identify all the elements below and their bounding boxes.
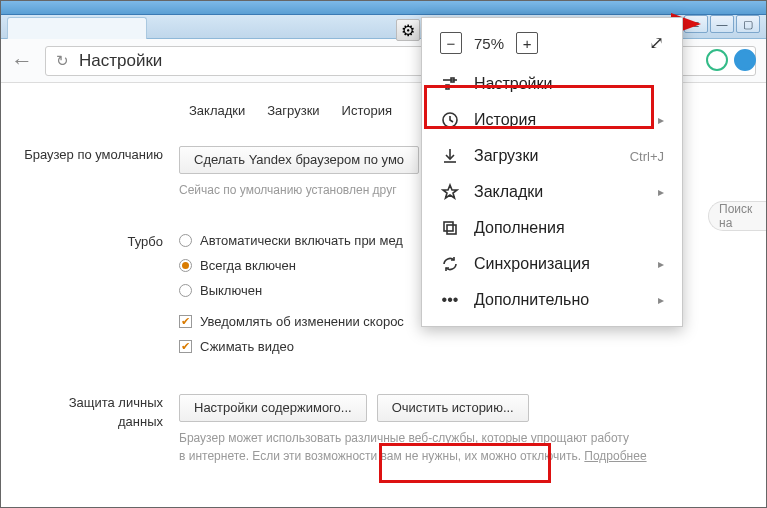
menu-item-more[interactable]: ••• Дополнительно ▸ — [422, 282, 682, 318]
fullscreen-button[interactable]: ⤢ — [649, 32, 664, 54]
chevron-right-icon: ▸ — [658, 113, 664, 127]
extension-icon-2[interactable] — [734, 49, 756, 71]
download-icon — [440, 147, 460, 165]
menu-button[interactable]: ≡ — [684, 15, 708, 33]
svg-rect-10 — [447, 225, 456, 234]
svg-marker-8 — [443, 185, 457, 198]
privacy-hint: Браузер может использовать различные веб… — [179, 430, 766, 465]
content-settings-button[interactable]: Настройки содержимого... — [179, 394, 367, 422]
sync-icon — [440, 255, 460, 273]
extension-icon-1[interactable] — [706, 49, 728, 71]
clock-icon — [440, 111, 460, 129]
menu-item-settings[interactable]: Настройки — [422, 66, 682, 102]
turbo-check-compress-video[interactable]: Сжимать видео — [179, 339, 766, 354]
sliders-icon — [440, 75, 460, 93]
window-titlebar — [1, 1, 766, 15]
nav-tab-downloads[interactable]: Загрузки — [267, 103, 319, 118]
maximize-icon: ▢ — [743, 18, 753, 31]
minimize-icon: — — [717, 18, 728, 30]
nav-tab-history[interactable]: История — [342, 103, 392, 118]
star-icon — [440, 183, 460, 201]
zoom-in-button[interactable]: + — [516, 32, 538, 54]
back-button[interactable]: ← — [11, 48, 33, 74]
minimize-button[interactable]: — — [710, 15, 734, 33]
ellipsis-icon: ••• — [440, 291, 460, 309]
nav-tab-bookmarks[interactable]: Закладки — [189, 103, 245, 118]
make-default-button[interactable]: Сделать Yandex браузером по умо — [179, 146, 419, 174]
section-title-turbo: Турбо — [1, 233, 179, 251]
section-title-privacy: Защита личных данных — [1, 394, 179, 430]
menu-item-sync[interactable]: Синхронизация ▸ — [422, 246, 682, 282]
search-placeholder: Поиск на — [719, 202, 766, 230]
chevron-right-icon: ▸ — [658, 257, 664, 271]
browser-tab[interactable] — [7, 17, 147, 39]
zoom-controls: − 75% + ⤢ — [422, 18, 682, 66]
radio-icon — [179, 234, 192, 247]
chevron-right-icon: ▸ — [658, 293, 664, 307]
learn-more-link[interactable]: Подробнее — [584, 449, 646, 463]
address-text: Настройки — [79, 51, 162, 71]
menu-item-history[interactable]: История ▸ — [422, 102, 682, 138]
section-title-default-browser: Браузер по умолчанию — [1, 146, 179, 164]
main-menu-dropdown: − 75% + ⤢ Настройки История ▸ Загрузки C… — [421, 17, 683, 327]
radio-icon — [179, 259, 192, 272]
gear-button[interactable]: ⚙ — [396, 19, 420, 41]
maximize-button[interactable]: ▢ — [736, 15, 760, 33]
zoom-out-button[interactable]: − — [440, 32, 462, 54]
menu-item-bookmarks[interactable]: Закладки ▸ — [422, 174, 682, 210]
zoom-value: 75% — [474, 35, 504, 52]
settings-search[interactable]: Поиск на — [708, 201, 766, 231]
menu-item-addons[interactable]: Дополнения — [422, 210, 682, 246]
menu-item-downloads[interactable]: Загрузки Ctrl+J — [422, 138, 682, 174]
checkbox-icon — [179, 340, 192, 353]
gear-icon: ⚙ — [401, 21, 415, 40]
radio-icon — [179, 284, 192, 297]
clear-history-button[interactable]: Очистить историю... — [377, 394, 529, 422]
svg-rect-9 — [444, 222, 453, 231]
hamburger-icon: ≡ — [693, 18, 699, 30]
reload-icon[interactable]: ↻ — [56, 52, 69, 70]
checkbox-icon — [179, 315, 192, 328]
shortcut-label: Ctrl+J — [630, 149, 664, 164]
chevron-right-icon: ▸ — [658, 185, 664, 199]
copy-icon — [440, 219, 460, 237]
